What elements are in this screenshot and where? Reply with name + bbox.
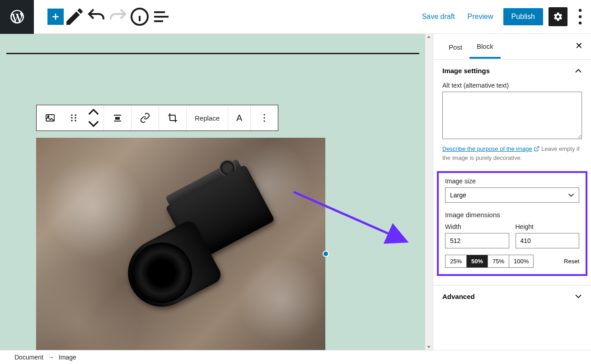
image-block[interactable] (36, 138, 325, 350)
block-toolbar: Replace A (36, 105, 278, 131)
canvas-scrollbar[interactable] (425, 34, 433, 350)
percent-25[interactable]: 25% (446, 255, 467, 267)
save-draft-link[interactable]: Save draft (416, 13, 461, 21)
resize-handle-right[interactable] (323, 251, 329, 257)
svg-point-8 (71, 117, 73, 119)
image-settings-header[interactable]: Image settings (433, 60, 591, 82)
chevron-down-icon (568, 192, 574, 198)
link-icon[interactable] (131, 105, 159, 131)
move-arrows[interactable] (84, 105, 104, 131)
image-dimensions-label: Image dimensions (445, 211, 579, 219)
breadcrumb-separator: → (48, 354, 54, 361)
percent-100[interactable]: 100% (509, 255, 533, 267)
percent-buttons: 25% 50% 75% 100% (445, 255, 534, 268)
info-icon[interactable] (129, 6, 150, 28)
width-input[interactable] (445, 233, 509, 248)
svg-point-9 (75, 117, 76, 119)
svg-point-17 (264, 120, 265, 121)
advanced-panel-header[interactable]: Advanced (433, 285, 591, 308)
height-label: Height (516, 223, 580, 230)
describe-image-link[interactable]: Describe the purpose of the image (442, 145, 532, 152)
svg-rect-13 (115, 117, 120, 120)
separator-block[interactable] (6, 53, 419, 54)
svg-rect-12 (114, 115, 121, 116)
image-size-select[interactable]: Large (445, 187, 579, 203)
svg-point-3 (579, 22, 582, 24)
chevron-up-icon[interactable] (88, 107, 99, 117)
chevron-down-icon[interactable] (88, 118, 99, 129)
add-block-button[interactable] (47, 9, 64, 25)
close-sidebar-icon[interactable]: ✕ (575, 40, 583, 51)
settings-sidebar: Post Block ✕ Image settings Alt text (al… (433, 34, 591, 350)
svg-point-10 (71, 120, 73, 121)
alt-text-help: Describe the purpose of the image Leave … (442, 145, 582, 162)
publish-button[interactable]: Publish (503, 8, 543, 25)
align-icon[interactable] (104, 105, 131, 131)
reset-button[interactable]: Reset (564, 258, 579, 265)
image-size-panel-highlight: Image size Large Image dimensions Width … (437, 171, 587, 276)
camera-image-content (97, 149, 296, 335)
replace-button[interactable]: Replace (187, 105, 228, 131)
settings-button[interactable] (549, 7, 568, 26)
editor-top-bar: Save draft Preview Publish (0, 0, 591, 34)
svg-rect-14 (114, 121, 121, 121)
wordpress-logo[interactable] (0, 0, 34, 34)
more-options-icon[interactable] (569, 6, 591, 28)
edit-icon[interactable] (64, 6, 85, 28)
redo-icon[interactable] (107, 6, 129, 28)
chevron-up-icon (575, 67, 582, 75)
image-settings-title: Image settings (442, 67, 490, 75)
image-size-label: Image size (445, 177, 579, 185)
block-type-icon[interactable] (37, 105, 64, 131)
drag-handle-icon[interactable] (64, 105, 84, 131)
svg-point-7 (75, 114, 76, 116)
external-link-icon (534, 146, 539, 152)
percent-50[interactable]: 50% (467, 255, 488, 267)
svg-point-11 (75, 120, 76, 121)
crop-icon[interactable] (159, 105, 187, 131)
svg-point-6 (71, 114, 73, 116)
alt-text-input[interactable] (442, 92, 582, 139)
chevron-down-icon (575, 293, 582, 300)
tab-block[interactable]: Block (469, 34, 501, 59)
undo-icon[interactable] (85, 6, 107, 28)
outline-icon[interactable] (150, 6, 172, 28)
block-more-icon[interactable] (251, 105, 278, 131)
svg-point-16 (264, 117, 265, 118)
svg-point-1 (579, 9, 582, 12)
breadcrumb-footer: Document → Image (0, 350, 591, 364)
tab-post[interactable]: Post (441, 35, 469, 58)
editor-canvas[interactable]: Replace A (0, 34, 433, 350)
alt-text-label: Alt text (alternative text) (442, 82, 582, 89)
percent-75[interactable]: 75% (488, 255, 509, 267)
sidebar-tabs: Post Block ✕ (433, 34, 591, 60)
width-label: Width (445, 223, 509, 230)
breadcrumb-document[interactable]: Document (14, 354, 43, 361)
svg-point-2 (579, 15, 582, 18)
text-style-icon[interactable]: A (228, 105, 251, 131)
preview-link[interactable]: Preview (461, 13, 500, 21)
height-input[interactable] (516, 233, 580, 248)
svg-point-5 (48, 116, 49, 117)
breadcrumb-image[interactable]: Image (59, 354, 76, 361)
svg-point-15 (264, 114, 265, 115)
